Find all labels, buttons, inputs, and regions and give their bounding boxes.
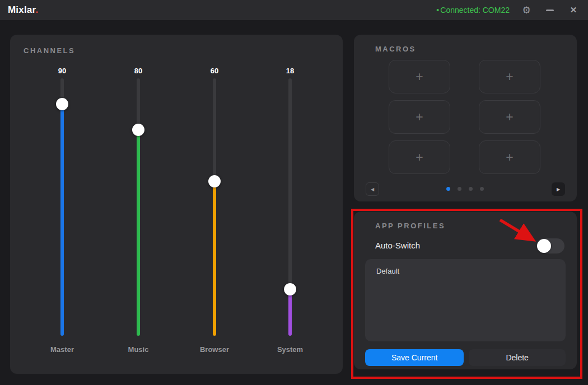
slider-fill [213, 181, 216, 336]
app-logo: Mixlar. [8, 4, 38, 16]
delete-button[interactable]: Delete [469, 349, 566, 366]
macro-slot-5[interactable]: + [389, 140, 450, 174]
toggle-knob [537, 239, 551, 253]
auto-switch-toggle[interactable] [536, 238, 564, 253]
titlebar: Mixlar. •Connected: COM22 ⚙ ✕ [0, 0, 588, 20]
channels-title: CHANNELS [24, 46, 75, 55]
app-profiles-panel: APP PROFILES Auto-Switch Default Save Cu… [354, 212, 577, 369]
macro-slot-3[interactable]: + [389, 100, 450, 134]
prev-arrow-icon: ◀ [371, 187, 374, 192]
macro-slot-1[interactable]: + [389, 60, 450, 93]
plus-icon: + [506, 71, 513, 83]
macros-next-page-button[interactable]: ▶ [552, 182, 565, 196]
macro-slot-6[interactable]: + [479, 140, 540, 174]
gear-icon: ⚙ [522, 4, 530, 16]
plus-icon: + [416, 111, 423, 124]
channel-label: Master [40, 345, 85, 354]
channel-value: 18 [268, 67, 312, 75]
slider-thumb[interactable] [208, 175, 221, 187]
macros-prev-page-button[interactable]: ◀ [366, 182, 379, 196]
channel-system: 18 System [268, 63, 312, 354]
close-button[interactable]: ✕ [567, 3, 580, 17]
macro-slot-4[interactable]: + [479, 100, 540, 134]
plus-icon: + [416, 71, 423, 83]
channel-music: 80 Music [116, 63, 161, 354]
page-dot-2[interactable] [458, 187, 461, 191]
channel-value: 60 [192, 67, 237, 75]
minimize-icon [546, 10, 554, 11]
auto-switch-label: Auto-Switch [375, 241, 420, 250]
slider-fill [288, 289, 292, 336]
app-profiles-title: APP PROFILES [375, 222, 445, 230]
plus-icon: + [416, 151, 423, 164]
profile-item-default[interactable]: Default [376, 267, 554, 275]
macros-page-dots [446, 187, 484, 191]
channel-label: Browser [192, 345, 237, 354]
slider-thumb[interactable] [284, 283, 296, 295]
channels-panel: CHANNELS 90 Master 80 Music 60 Browser 1… [10, 35, 343, 374]
minimize-button[interactable] [543, 3, 557, 17]
connection-dot-icon: • [436, 6, 439, 14]
slider-fill [137, 130, 140, 336]
slider-thumb[interactable] [56, 98, 68, 110]
channel-label: Music [116, 345, 161, 354]
profile-buttons: Save Current Delete [365, 349, 566, 366]
channel-value: 80 [116, 67, 161, 75]
master-slider[interactable] [56, 78, 68, 336]
plus-icon: + [506, 111, 513, 124]
music-slider[interactable] [132, 78, 144, 336]
connection-status: •Connected: COM22 [436, 6, 510, 15]
slider-thumb[interactable] [132, 124, 144, 136]
page-dot-4[interactable] [480, 187, 484, 191]
slider-fill [60, 104, 64, 336]
logo-dot: . [35, 4, 38, 15]
macros-panel: MACROS + + + + + + ◀ ▶ [354, 35, 577, 201]
settings-button[interactable]: ⚙ [520, 3, 533, 17]
close-icon: ✕ [570, 5, 577, 15]
channel-master: 90 Master [40, 63, 85, 354]
macro-slot-2[interactable]: + [479, 60, 540, 93]
next-arrow-icon: ▶ [557, 187, 560, 192]
plus-icon: + [506, 151, 513, 164]
page-dot-3[interactable] [469, 187, 473, 191]
save-current-button[interactable]: Save Current [365, 349, 464, 366]
system-slider[interactable] [284, 78, 296, 336]
channel-label: System [268, 345, 312, 354]
page-dot-1[interactable] [446, 187, 450, 191]
channel-value: 90 [40, 67, 85, 75]
macros-title: MACROS [375, 45, 416, 53]
macro-grid: + + + + + + [389, 60, 540, 174]
profile-list[interactable]: Default [365, 259, 566, 341]
channel-browser: 60 Browser [192, 63, 237, 354]
browser-slider[interactable] [208, 78, 221, 336]
